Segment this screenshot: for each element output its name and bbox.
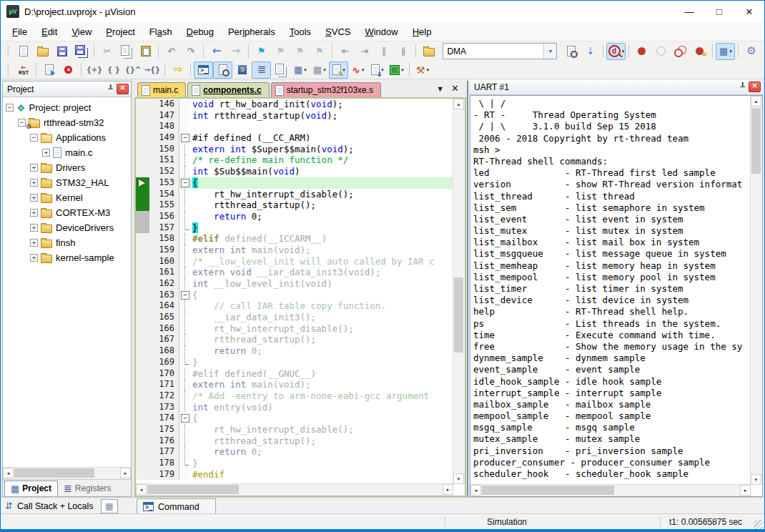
scroll-up-icon[interactable]: ▴: [453, 99, 464, 109]
expand-plus-icon[interactable]: +: [30, 224, 38, 232]
menu-view[interactable]: View: [64, 24, 99, 39]
navigate-forward-button[interactable]: →: [226, 43, 245, 60]
editor-tab-startup-stm32f103xe-s[interactable]: startup_stm32f103xe.s: [271, 82, 381, 97]
reset-cpu-button[interactable]: ←RST: [14, 61, 33, 79]
dropdown-caret-icon[interactable]: ▾: [401, 67, 404, 73]
fold-collapse-icon[interactable]: −: [181, 179, 189, 187]
dropdown-caret-icon[interactable]: ▾: [622, 49, 625, 54]
code-line[interactable]: 159extern int main(void);: [136, 245, 453, 256]
save-button[interactable]: [52, 43, 71, 60]
tree-item-kernel[interactable]: +Kernel: [3, 190, 131, 205]
menu-peripherals[interactable]: Peripherals: [221, 24, 282, 39]
tree-item-rtthread-stm32[interactable]: −rtthread-stm32: [3, 115, 131, 130]
scroll-thumb[interactable]: [14, 468, 94, 478]
serial-window-uart-button[interactable]: ▾: [329, 61, 348, 79]
code-line[interactable]: 153−{: [136, 177, 453, 189]
menu-debug[interactable]: Debug: [179, 24, 221, 39]
step-into-button[interactable]: {+}: [84, 61, 104, 79]
run-to-cursor-button[interactable]: →{}: [142, 61, 162, 79]
code-line[interactable]: 172/* Add -eentry to arm-none-eabi-gcc a…: [136, 390, 453, 402]
menu-edit[interactable]: Edit: [34, 24, 64, 39]
code-line[interactable]: 163−{: [136, 290, 453, 301]
editor-tab-main-c[interactable]: main.c: [137, 82, 186, 97]
editor-hscrollbar[interactable]: ◂ ▸: [136, 483, 453, 496]
enable-disable-all-breakpoints-button[interactable]: [671, 43, 690, 60]
code-line[interactable]: 160/* __low_level_init will auto called …: [136, 256, 453, 267]
command-tab[interactable]: Command: [137, 498, 216, 514]
code-line[interactable]: 158#elif defined(__ICCARM__): [136, 233, 453, 245]
close-panel-icon[interactable]: ✕: [749, 82, 761, 92]
fold-collapse-icon[interactable]: −: [181, 291, 189, 300]
close-document-icon[interactable]: ✕: [451, 83, 459, 94]
call-stack-bar[interactable]: ⇵ Call Stack + Locals ▦: [1, 497, 134, 514]
tree-item-devicedrivers[interactable]: +DeviceDrivers: [3, 220, 131, 235]
scroll-down-icon[interactable]: ▾: [751, 474, 761, 485]
open-file-button[interactable]: [33, 43, 52, 60]
menu-tools[interactable]: Tools: [282, 24, 318, 39]
tree-item-kernel-sample[interactable]: +kernel-sample: [3, 250, 131, 265]
code-line[interactable]: 155 rtthread_startup();: [136, 200, 453, 211]
kill-all-breakpoints-button[interactable]: [690, 43, 709, 60]
code-line[interactable]: 169}: [136, 357, 453, 368]
dropdown-caret-icon[interactable]: ▾: [729, 49, 732, 54]
code-view[interactable]: 146void rt_hw_board_init(void);147int rt…: [136, 99, 453, 484]
cut-button[interactable]: ✂: [97, 43, 117, 60]
step-over-button[interactable]: { }: [104, 61, 123, 79]
run-button[interactable]: [39, 61, 59, 79]
code-line[interactable]: 157}: [136, 222, 453, 234]
symbol-window-button[interactable]: [232, 61, 252, 79]
fold-collapse-icon[interactable]: −: [181, 134, 189, 142]
copy-button[interactable]: [117, 43, 136, 60]
project-hscrollbar[interactable]: ◂ ▸: [3, 467, 131, 479]
search-word-button[interactable]: [561, 43, 581, 60]
watch-windows-button[interactable]: ▦▾: [290, 61, 310, 79]
tree-item-drivers[interactable]: +Drivers: [3, 160, 131, 175]
editor-tab-components-c[interactable]: components.c: [187, 82, 269, 97]
code-line[interactable]: 175 rt_hw_interrupt_disable();: [136, 424, 453, 435]
tree-item-finsh[interactable]: +finsh: [3, 235, 131, 250]
scroll-left-icon[interactable]: ◂: [3, 468, 14, 478]
tree-item-applications[interactable]: −Applications: [3, 130, 131, 145]
previous-bookmark-button[interactable]: ⚑: [271, 43, 290, 60]
code-line[interactable]: 148: [136, 121, 453, 132]
menu-project[interactable]: Project: [99, 24, 142, 39]
menu-svcs[interactable]: SVCS: [318, 24, 357, 39]
comment-selection-button[interactable]: ∥: [374, 43, 393, 60]
indent-button[interactable]: ⇥: [355, 43, 374, 60]
fold-collapse-icon[interactable]: −: [181, 414, 189, 423]
code-line[interactable]: 177 return 0;: [136, 446, 453, 458]
command-window-button[interactable]: [194, 61, 213, 79]
code-line[interactable]: 179#endif: [136, 469, 453, 481]
scroll-right-icon[interactable]: ▸: [443, 484, 453, 495]
expand-plus-icon[interactable]: +: [30, 239, 38, 247]
system-viewer-button[interactable]: ▾: [367, 61, 387, 79]
maximize-button[interactable]: □: [704, 1, 734, 22]
close-button[interactable]: ✕: [734, 1, 764, 22]
scroll-left-icon[interactable]: ◂: [470, 485, 481, 496]
new-file-button[interactable]: [14, 43, 33, 60]
configure-target-options-button[interactable]: ⚙: [741, 43, 761, 60]
combo-dropdown-icon[interactable]: ▾: [543, 44, 556, 59]
tree-item-project-project[interactable]: −❖Project: project: [3, 100, 131, 115]
menu-help[interactable]: Help: [405, 24, 439, 39]
insert-bookmark-button[interactable]: ⚑: [252, 43, 271, 60]
expand-minus-icon[interactable]: −: [30, 134, 38, 142]
find-in-files-button[interactable]: [419, 43, 438, 60]
menu-flash[interactable]: Flash: [142, 24, 179, 39]
scroll-thumb[interactable]: [147, 485, 239, 494]
uncomment-selection-button[interactable]: ∦: [393, 43, 413, 60]
code-line[interactable]: 152int $Sub$$main(void): [136, 166, 453, 177]
next-bookmark-button[interactable]: ⚑: [290, 43, 310, 60]
paste-button[interactable]: [136, 43, 155, 60]
code-line[interactable]: 161extern void __iar_data_init3(void);: [136, 267, 453, 278]
code-line[interactable]: 167 rtthread_startup();: [136, 334, 453, 345]
scroll-down-icon[interactable]: ▾: [453, 473, 464, 484]
scroll-thumb[interactable]: [751, 108, 761, 174]
code-line[interactable]: 147int rtthread_startup(void);: [136, 110, 453, 122]
logic-analyzer-button[interactable]: ∿▾: [348, 61, 367, 79]
expand-plus-icon[interactable]: +: [30, 164, 38, 172]
dropdown-caret-icon[interactable]: ▾: [304, 67, 307, 73]
scroll-thumb[interactable]: [482, 486, 614, 495]
code-line[interactable]: 174−{: [136, 413, 453, 424]
code-line[interactable]: 178}: [136, 458, 453, 469]
